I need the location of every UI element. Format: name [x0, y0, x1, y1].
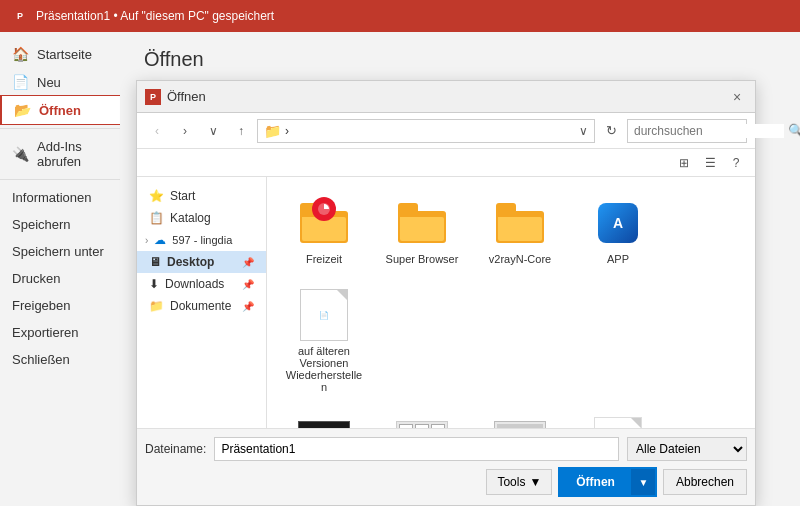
ds-label-downloads: Downloads: [165, 277, 224, 291]
tools-button[interactable]: Tools ▼: [486, 469, 552, 495]
file-item-ppt-rtf[interactable]: ppt als rtf datei speichern: [475, 409, 565, 428]
address-bar[interactable]: 📁 › ∨: [257, 119, 595, 143]
dialog-footer: Dateiname: Alle Dateien Tools ▼ Öffnen ▼: [137, 428, 755, 505]
app-body: 🏠 Startseite 📄 Neu 📂 Öffnen 🔌 Add-Ins ab…: [0, 32, 800, 506]
dialog-title-text: Öffnen: [167, 89, 206, 104]
ds-item-cloud[interactable]: › ☁ 597 - lingdia: [137, 229, 266, 251]
pin-icon: 📌: [242, 257, 254, 268]
file-item-praesentation1-ppt[interactable]: P Präsentation1: [573, 409, 663, 428]
ds-item-desktop[interactable]: 🖥 Desktop 📌: [137, 251, 266, 273]
downloads-icon: ⬇: [149, 277, 159, 291]
refresh-button[interactable]: ↻: [599, 119, 623, 143]
dialog-titlebar: P Öffnen ×: [137, 81, 755, 113]
folder-v2rayn-icon: [494, 197, 546, 249]
open-icon: 📂: [14, 102, 31, 118]
app-blue-icon: A: [598, 203, 638, 243]
address-dropdown-arrow[interactable]: ∨: [579, 124, 588, 138]
file-item-super-browser[interactable]: Super Browser: [377, 189, 467, 273]
new-icon: 📄: [12, 74, 29, 90]
file-item-freizeit[interactable]: Freizeit: [279, 189, 369, 273]
page-title: Öffnen: [144, 48, 776, 71]
sidebar-item-neu[interactable]: 📄 Neu: [0, 68, 120, 96]
ds-item-katalog[interactable]: 📋 Katalog: [137, 207, 266, 229]
title-bar-text: Präsentation1 • Auf "diesem PC" gespeich…: [36, 9, 274, 23]
ds-item-dokumente[interactable]: 📁 Dokumente 📌: [137, 295, 266, 317]
ds-label-dokumente: Dokumente: [170, 299, 231, 313]
ds-label-start: Start: [170, 189, 195, 203]
file-item-cmd[interactable]: cmd cmd-auf-windows: [279, 409, 369, 428]
filetype-select[interactable]: Alle Dateien: [627, 437, 747, 461]
file-label-super-browser: Super Browser: [386, 253, 459, 265]
open-button[interactable]: Öffnen: [560, 469, 631, 495]
sidebar-item-freigeben[interactable]: Freigeben: [0, 292, 120, 319]
file-ppt-rtf-icon: [494, 417, 546, 428]
main-content: Öffnen P Öffnen × ‹ › ∨ ↑ 📁 › ∨: [120, 32, 800, 506]
file-row-1: Freizeit Super Browser: [275, 185, 747, 405]
sidebar-divider: [0, 128, 120, 129]
sidebar-item-informationen[interactable]: Informationen: [0, 184, 120, 211]
file-item-folien[interactable]: Folien wiederverwend: [377, 409, 467, 428]
file-versionen-icon: 📄: [298, 289, 350, 341]
file-grid: Freizeit Super Browser: [267, 177, 755, 428]
footer-row2: Tools ▼ Öffnen ▼ Abbrechen: [145, 467, 747, 497]
file-label-versionen: auf älteren Versionen Wiederherstelle n: [285, 345, 363, 393]
sidebar-item-offnen[interactable]: 📂 Öffnen: [0, 96, 120, 124]
home-icon: 🏠: [12, 46, 29, 62]
sidebar-item-drucken[interactable]: Drucken: [0, 265, 120, 292]
ds-label-cloud: 597 - lingdia: [172, 234, 232, 246]
open-dropdown-button[interactable]: ▼: [631, 469, 655, 495]
view-list-button[interactable]: ☰: [699, 152, 721, 174]
view-grid-button[interactable]: ⊞: [673, 152, 695, 174]
filename-label: Dateiname:: [145, 442, 206, 456]
filename-input[interactable]: [214, 437, 619, 461]
ds-item-downloads[interactable]: ⬇ Downloads 📌: [137, 273, 266, 295]
documents-icon: 📁: [149, 299, 164, 313]
ds-label-katalog: Katalog: [170, 211, 211, 225]
file-praesentation1-ppt-icon: P: [592, 417, 644, 428]
ds-label-desktop: Desktop: [167, 255, 214, 269]
down-button[interactable]: ∨: [201, 119, 225, 143]
ds-item-start[interactable]: ⭐ Start: [137, 185, 266, 207]
folder-nav-icon: 📁: [264, 123, 281, 139]
sidebar-item-speichern-unter[interactable]: Speichern unter: [0, 238, 120, 265]
file-item-versionen[interactable]: 📄 auf älteren Versionen Wiederherstelle …: [279, 281, 369, 401]
search-box: 🔍: [627, 119, 747, 143]
catalog-icon: 📋: [149, 211, 164, 225]
file-label-freizeit: Freizeit: [306, 253, 342, 265]
folder-super-browser-icon: [396, 197, 448, 249]
address-text: ›: [285, 124, 575, 138]
file-label-app: APP: [607, 253, 629, 265]
sidebar-item-speichern[interactable]: Speichern: [0, 211, 120, 238]
star-icon: ⭐: [149, 189, 164, 203]
sidebar-divider-2: [0, 179, 120, 180]
search-icon: 🔍: [788, 123, 800, 138]
file-item-v2rayn[interactable]: v2rayN-Core: [475, 189, 565, 273]
sidebar-item-addins[interactable]: 🔌 Add-Ins abrufen: [0, 133, 120, 175]
file-label-v2rayn: v2rayN-Core: [489, 253, 551, 265]
dialog-title-left: P Öffnen: [145, 89, 206, 105]
sidebar-item-exportieren[interactable]: Exportieren: [0, 319, 120, 346]
dialog-close-button[interactable]: ×: [727, 87, 747, 107]
desktop-icon: 🖥: [149, 255, 161, 269]
file-item-app[interactable]: A APP: [573, 189, 663, 273]
cloud-icon: ☁: [154, 233, 166, 247]
sidebar-item-startseite[interactable]: 🏠 Startseite: [0, 40, 120, 68]
file-folien-icon: [396, 417, 448, 428]
file-row-2: cmd cmd-auf-windows: [275, 405, 747, 428]
sidebar-item-schliessen[interactable]: Schließen: [0, 346, 120, 373]
cancel-button[interactable]: Abbrechen: [663, 469, 747, 495]
up-button[interactable]: ↑: [229, 119, 253, 143]
folder-freizeit-icon: [298, 197, 350, 249]
plugin-icon: 🔌: [12, 146, 29, 162]
file-cmd-icon: cmd: [298, 417, 350, 428]
sidebar: 🏠 Startseite 📄 Neu 📂 Öffnen 🔌 Add-Ins ab…: [0, 32, 120, 506]
back-button[interactable]: ‹: [145, 119, 169, 143]
pin-icon-dl: 📌: [242, 279, 254, 290]
help-button[interactable]: ?: [725, 152, 747, 174]
dialog-subtoolbar: ⊞ ☰ ?: [137, 149, 755, 177]
dialog-body: ⭐ Start 📋 Katalog › ☁ 597 - lingdia 🖥: [137, 177, 755, 428]
search-input[interactable]: [634, 124, 784, 138]
open-dialog: P Öffnen × ‹ › ∨ ↑ 📁 › ∨ ↻ 🔍: [136, 80, 756, 506]
forward-button[interactable]: ›: [173, 119, 197, 143]
dialog-sidebar: ⭐ Start 📋 Katalog › ☁ 597 - lingdia 🖥: [137, 177, 267, 428]
